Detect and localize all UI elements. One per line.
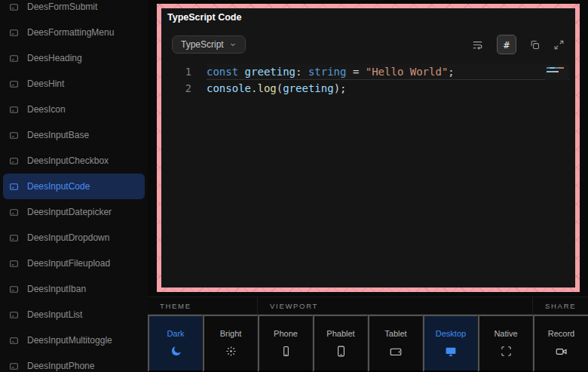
toggle-label: Tablet bbox=[384, 329, 406, 338]
sidebar-item-label: DeesHint bbox=[27, 78, 64, 89]
sidebar-item-label: DeesInputList bbox=[27, 309, 82, 320]
component-icon bbox=[9, 156, 19, 166]
sidebar-item-label: DeesInputCode bbox=[27, 181, 90, 192]
code-line: 2console.log(greeting); bbox=[166, 80, 569, 97]
demo-section: TypeScript Code TypeScript bbox=[148, 0, 588, 297]
sidebar-item-deesinputbase[interactable]: DeesInputBase bbox=[3, 122, 145, 148]
copy-button[interactable] bbox=[529, 39, 541, 51]
toggle-bright-button[interactable]: Bright bbox=[203, 315, 258, 372]
code-lines: 1const greeting: string = "Hello World";… bbox=[166, 63, 569, 97]
toggle-label: Bright bbox=[220, 329, 242, 338]
code-editor[interactable]: 1const greeting: string = "Hello World";… bbox=[166, 63, 569, 280]
sidebar-item-label: DeesFormSubmit bbox=[27, 2, 97, 12]
component-icon bbox=[9, 28, 19, 38]
desktop-icon bbox=[444, 345, 458, 358]
native-icon bbox=[500, 345, 513, 358]
copy-icon bbox=[529, 39, 541, 51]
sidebar-item-deesinputdropdown[interactable]: DeesInputDropdown bbox=[3, 225, 145, 251]
section-header-share: SHARE bbox=[533, 297, 588, 314]
toggle-label: Native bbox=[494, 329, 517, 338]
demo-frame: TypeScript Code TypeScript bbox=[157, 4, 580, 292]
component-icon bbox=[9, 284, 19, 294]
sidebar-item-deesinputphone[interactable]: DeesInputPhone bbox=[3, 353, 145, 372]
bottom-bar-buttons: DarkBrightPhonePhabletTabletDesktopNativ… bbox=[148, 315, 588, 372]
line-number: 1 bbox=[166, 66, 191, 78]
sidebar-item-label: DeesFormattingMenu bbox=[27, 27, 114, 38]
component-icon bbox=[9, 361, 19, 371]
line-number: 2 bbox=[166, 82, 191, 94]
toggle-label: Phablet bbox=[326, 329, 354, 338]
toggle-desktop-button[interactable]: Desktop bbox=[423, 315, 478, 372]
sidebar-item-deeshint[interactable]: DeesHint bbox=[3, 71, 145, 97]
main-area: TypeScript Code TypeScript bbox=[148, 0, 588, 372]
sidebar-item-deesinputlist[interactable]: DeesInputList bbox=[3, 302, 145, 327]
sun-icon bbox=[225, 345, 237, 358]
toggle-phone-button[interactable]: Phone bbox=[258, 315, 313, 372]
component-list: DeesFormSubmitDeesFormattingMenuDeesHead… bbox=[0, 0, 148, 372]
expand-icon bbox=[553, 39, 565, 51]
toggle-label: Phone bbox=[274, 329, 298, 338]
word-wrap-button[interactable] bbox=[471, 38, 484, 51]
sidebar-item-deesinputcode[interactable]: DeesInputCode bbox=[3, 174, 145, 199]
sidebar-item-label: DeesIcon bbox=[27, 104, 66, 115]
sidebar-item-label: DeesInputPhone bbox=[27, 361, 94, 371]
sidebar-item-deesformattingmenu[interactable]: DeesFormattingMenu bbox=[3, 20, 145, 45]
app-root: DeesFormSubmitDeesFormattingMenuDeesHead… bbox=[0, 0, 588, 372]
toggle-label: Record bbox=[548, 329, 574, 338]
component-icon bbox=[9, 208, 19, 217]
sidebar-item-deesformsubmit[interactable]: DeesFormSubmit bbox=[3, 0, 145, 20]
component-icon bbox=[9, 233, 19, 243]
phone-icon bbox=[280, 345, 292, 358]
component-icon bbox=[9, 105, 19, 115]
component-icon bbox=[9, 54, 19, 63]
sidebar-item-deesinputmultitoggle[interactable]: DeesInputMultitoggle bbox=[3, 327, 145, 353]
sidebar-item-label: DeesInputIban bbox=[27, 284, 86, 294]
component-icon bbox=[9, 182, 19, 192]
toggle-record-button[interactable]: Record bbox=[533, 315, 588, 372]
sidebar-item-label: DeesHeading bbox=[27, 53, 82, 63]
panel-title: TypeScript Code bbox=[166, 11, 569, 23]
sidebar-item-label: DeesInputDatepicker bbox=[27, 207, 112, 217]
sidebar-item-deesicon[interactable]: DeesIcon bbox=[3, 97, 145, 122]
sidebar-item-label: DeesInputCheckbox bbox=[27, 155, 109, 166]
sidebar: DeesFormSubmitDeesFormattingMenuDeesHead… bbox=[0, 0, 148, 372]
sidebar-item-deesheading[interactable]: DeesHeading bbox=[3, 45, 145, 71]
sidebar-item-deesinputcheckbox[interactable]: DeesInputCheckbox bbox=[3, 148, 145, 174]
toggle-tablet-button[interactable]: Tablet bbox=[368, 315, 423, 372]
sidebar-item-label: DeesInputBase bbox=[27, 130, 89, 140]
sidebar-item-deesinputfileupload[interactable]: DeesInputFileupload bbox=[3, 251, 145, 276]
sidebar-item-deesinputdatepicker[interactable]: DeesInputDatepicker bbox=[3, 199, 145, 225]
code-line-content: console.log(greeting); bbox=[207, 80, 569, 97]
minimap bbox=[545, 65, 568, 80]
toggle-native-button[interactable]: Native bbox=[478, 315, 533, 372]
sidebar-item-label: DeesInputDropdown bbox=[27, 232, 109, 243]
toggle-label: Dark bbox=[167, 329, 184, 338]
chevron-down-icon bbox=[229, 41, 237, 48]
component-icon bbox=[9, 131, 19, 140]
language-label: TypeScript bbox=[181, 39, 224, 50]
section-header-viewport: VIEWPORT bbox=[258, 297, 533, 314]
word-wrap-icon bbox=[471, 38, 484, 51]
sidebar-item-label: DeesInputFileupload bbox=[27, 258, 110, 269]
moon-icon bbox=[170, 345, 182, 358]
component-icon bbox=[9, 310, 19, 320]
fullscreen-button[interactable] bbox=[553, 39, 565, 51]
component-icon bbox=[9, 259, 19, 269]
code-line-content: const greeting: string = "Hello World"; bbox=[207, 63, 569, 80]
code-toolbar: TypeScript # bbox=[166, 35, 569, 54]
language-selector[interactable]: TypeScript bbox=[172, 35, 246, 54]
component-icon bbox=[9, 2, 19, 12]
component-icon bbox=[9, 79, 19, 89]
toggle-phablet-button[interactable]: Phablet bbox=[313, 315, 368, 372]
tablet-icon bbox=[389, 345, 403, 358]
toggle-dark-button[interactable]: Dark bbox=[148, 315, 203, 372]
code-line: 1const greeting: string = "Hello World"; bbox=[166, 63, 569, 80]
sidebar-item-label: DeesInputMultitoggle bbox=[27, 335, 112, 346]
bottom-bar-headers: THEMEVIEWPORTSHARE bbox=[148, 297, 588, 315]
bottom-bar: THEMEVIEWPORTSHARE DarkBrightPhonePhable… bbox=[148, 297, 588, 372]
phablet-icon bbox=[335, 345, 348, 358]
toolbar-actions: # bbox=[471, 35, 565, 54]
line-numbers-button[interactable]: # bbox=[497, 35, 516, 54]
sidebar-item-deesinputiban[interactable]: DeesInputIban bbox=[3, 276, 145, 302]
toggle-label: Desktop bbox=[436, 329, 466, 338]
